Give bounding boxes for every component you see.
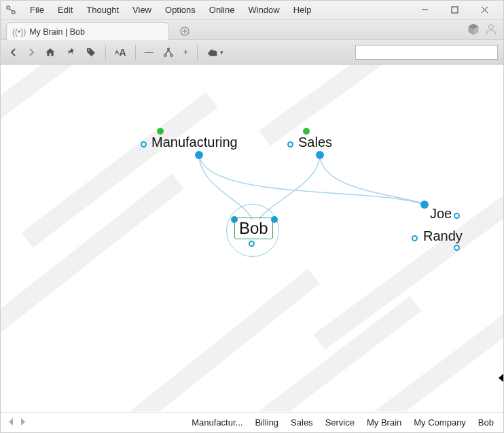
toolbar: AA — + ▾	[1, 40, 503, 65]
sibling-gate-icon[interactable]	[412, 235, 418, 241]
node-manufacturing[interactable]: Manufacturing	[151, 135, 238, 150]
sibling-gate-icon[interactable]	[141, 141, 147, 148]
parent-gate-icon[interactable]	[420, 201, 429, 209]
history-forward-button[interactable]	[19, 417, 26, 428]
history-item[interactable]: My Brain	[367, 417, 401, 428]
parent-gate-icon[interactable]	[303, 128, 310, 135]
back-button[interactable]	[6, 46, 21, 58]
home-button[interactable]	[41, 45, 59, 60]
menu-edit[interactable]: Edit	[52, 3, 79, 17]
cube-icon[interactable]	[467, 22, 480, 36]
tab-active[interactable]: ((•)) My Brain | Bob	[6, 22, 169, 40]
separator	[135, 45, 136, 60]
node-bob-active[interactable]: Bob	[234, 218, 273, 239]
sibling-gate-icon[interactable]	[287, 141, 293, 148]
close-button[interactable]	[469, 2, 499, 18]
user-icon[interactable]	[484, 22, 498, 36]
separator	[105, 45, 106, 60]
forward-button[interactable]	[24, 46, 39, 58]
svg-point-8	[170, 54, 173, 56]
menu-options[interactable]: Options	[159, 3, 202, 17]
svg-point-6	[167, 48, 169, 50]
tag-button[interactable]	[82, 45, 100, 60]
panel-collapse-icon[interactable]	[499, 374, 503, 382]
parent-gate-icon[interactable]	[157, 128, 164, 135]
menu-window[interactable]: Window	[242, 3, 285, 17]
add-button[interactable]: +	[180, 45, 192, 59]
maximize-button[interactable]	[439, 2, 469, 18]
new-tab-button[interactable]	[176, 25, 194, 39]
svg-rect-2	[452, 7, 458, 13]
bottom-bar: Manufactur... Billing Sales Service My B…	[1, 412, 503, 432]
app-icon	[5, 4, 17, 16]
search-input[interactable]	[355, 45, 498, 60]
history-item[interactable]: Sales	[291, 417, 313, 428]
main-menu: File Edit Thought View Options Online Wi…	[24, 3, 317, 17]
tab-strip: ((•)) My Brain | Bob	[1, 20, 503, 40]
node-joe[interactable]: Joe	[430, 206, 452, 222]
separator	[197, 45, 198, 60]
menu-view[interactable]: View	[126, 3, 158, 17]
history-item[interactable]: Billing	[255, 417, 278, 428]
pin-button[interactable]	[62, 45, 79, 60]
window-controls	[410, 2, 499, 18]
history-item[interactable]: Bob	[478, 417, 494, 428]
cloud-button[interactable]: ▾	[203, 46, 227, 59]
layout-graph-button[interactable]	[160, 45, 177, 60]
svg-point-7	[164, 54, 166, 56]
history-back-button[interactable]	[7, 417, 15, 428]
minimize-button[interactable]	[410, 2, 439, 18]
child-gate-icon[interactable]	[249, 241, 255, 247]
history-item[interactable]: Service	[325, 417, 355, 428]
menu-online[interactable]: Online	[203, 3, 241, 17]
child-gate-icon[interactable]	[316, 151, 324, 159]
graph-canvas[interactable]: Manufacturing Sales Bob Joe Randy	[1, 65, 503, 411]
history-trail: Manufactur... Billing Sales Service My B…	[192, 417, 497, 428]
node-sales[interactable]: Sales	[298, 135, 332, 150]
child-gate-icon[interactable]	[454, 245, 460, 251]
history-item[interactable]: Manufactur...	[192, 417, 242, 428]
menu-help[interactable]: Help	[287, 3, 318, 17]
history-item[interactable]: My Company	[414, 417, 466, 428]
menu-file[interactable]: File	[24, 3, 50, 17]
jump-gate-icon[interactable]	[454, 213, 460, 219]
layout-dash-button[interactable]: —	[141, 45, 157, 59]
menu-thought[interactable]: Thought	[80, 3, 125, 17]
node-randy[interactable]: Randy	[423, 228, 463, 244]
svg-point-4	[489, 24, 494, 29]
tab-title: My Brain | Bob	[29, 27, 85, 37]
text-size-button[interactable]: AA	[111, 45, 130, 60]
child-gate-icon[interactable]	[195, 151, 203, 159]
menu-bar: File Edit Thought View Options Online Wi…	[1, 1, 503, 20]
svg-point-5	[88, 49, 90, 50]
broadcast-icon: ((•))	[12, 27, 26, 37]
